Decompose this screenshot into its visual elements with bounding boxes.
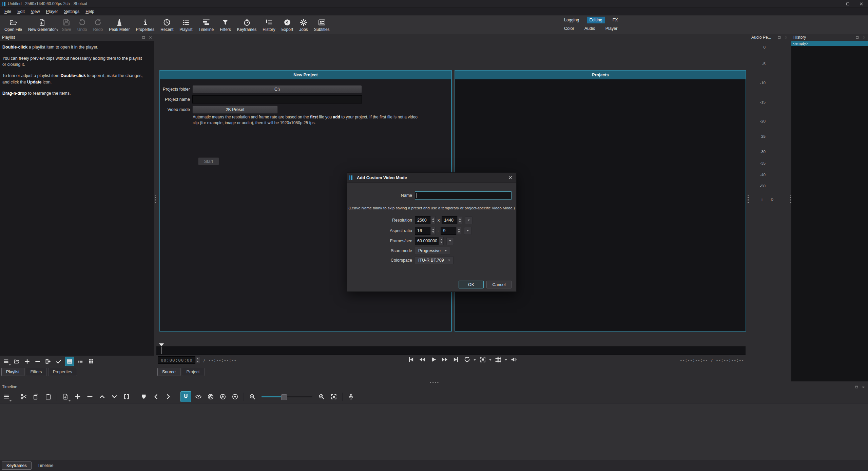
spin-buttons[interactable] [430, 227, 436, 235]
zoom-fit-button[interactable] [478, 355, 487, 364]
resolution-preset-dropdown[interactable] [465, 216, 472, 224]
close-icon[interactable] [854, 0, 868, 7]
playlist-view-detail-button[interactable] [65, 357, 74, 366]
playlist-button[interactable]: Playlist [176, 16, 195, 34]
projects-folder-button[interactable]: C:\ [192, 85, 362, 93]
subtitles-button[interactable]: Subtitles [311, 16, 333, 34]
tab-playlist[interactable]: Playlist [1, 368, 24, 376]
new-generator-button[interactable]: New Generator [25, 16, 59, 34]
tab-project[interactable]: Project [182, 368, 205, 376]
maximize-icon[interactable] [841, 0, 854, 7]
keyframes-button[interactable]: Keyframes [234, 16, 259, 34]
fps-spinner[interactable]: 60.000000 [415, 237, 444, 245]
tab-properties[interactable]: Properties [48, 368, 77, 376]
timeline-chevron-right-button[interactable] [163, 392, 173, 402]
playlist-film-arrow-button[interactable] [44, 357, 53, 366]
seek-bar[interactable] [156, 346, 746, 355]
timeline-shield-circle-button[interactable] [230, 392, 240, 402]
tab-source[interactable]: Source [157, 368, 180, 376]
layout-fx-button[interactable]: FX [610, 17, 621, 23]
start-button[interactable]: Start [198, 157, 219, 165]
peak-meter-button[interactable]: Peak Meter [106, 16, 133, 34]
aspect-preset-dropdown[interactable] [464, 227, 471, 235]
chevron-down-icon[interactable] [505, 357, 507, 362]
close-panel-icon[interactable] [861, 35, 867, 40]
video-mode-button[interactable]: 2K Preset [192, 106, 278, 114]
timeline-chevron-down-button[interactable] [109, 392, 119, 402]
timeline-chevron-up-button[interactable] [97, 392, 107, 402]
spin-buttons[interactable] [456, 227, 461, 235]
menu-edit[interactable]: Edit [14, 8, 28, 15]
float-panel-icon[interactable] [854, 35, 860, 40]
chevron-down-icon[interactable] [474, 357, 476, 362]
float-panel-icon[interactable] [776, 35, 782, 40]
playlist-folder-open-button[interactable] [12, 357, 21, 366]
spin-buttons[interactable] [439, 237, 444, 245]
scan-mode-combobox[interactable]: Progressive [415, 247, 450, 255]
timeline-file-plus-button[interactable] [60, 392, 71, 402]
spin-buttons[interactable] [430, 216, 436, 224]
timeline-paste-button[interactable] [43, 392, 53, 402]
timeline-chevron-left-button[interactable] [151, 392, 161, 402]
timeline-split-button[interactable] [121, 392, 132, 402]
timeline-copy-button[interactable] [31, 392, 41, 402]
layout-audio-button[interactable]: Audio [582, 25, 598, 32]
close-panel-icon[interactable] [861, 384, 866, 389]
timeline-scissors-button[interactable] [19, 392, 29, 402]
properties-button[interactable]: Properties [133, 16, 158, 34]
cancel-button[interactable]: Cancel [486, 281, 512, 288]
history-item[interactable]: <empty> [791, 41, 868, 46]
float-panel-icon[interactable] [854, 384, 859, 389]
dialog-close-icon[interactable] [504, 173, 516, 183]
menu-help[interactable]: Help [82, 8, 97, 15]
project-name-input[interactable] [192, 95, 362, 103]
playlist-view-grid-button[interactable] [86, 357, 95, 366]
ok-button[interactable]: OK [459, 281, 484, 288]
resolution-width-value[interactable]: 2560 [415, 216, 430, 224]
layout-color-button[interactable]: Color [561, 25, 577, 32]
timeline-plus-button[interactable] [73, 392, 83, 402]
recent-button[interactable]: Recent [157, 16, 176, 34]
splitter-handle[interactable] [748, 195, 749, 204]
resolution-height-spinner[interactable]: 1440 [442, 216, 462, 224]
timeline-zoom-fit-button[interactable] [329, 392, 339, 402]
rewind-button[interactable] [418, 355, 427, 364]
current-timecode-spinner[interactable]: 00:00:00:00 [158, 356, 200, 364]
open-file-button[interactable]: Open File [1, 16, 25, 34]
colorspace-combobox[interactable]: ITU-R BT.709 [415, 256, 454, 264]
jobs-button[interactable]: Jobs [296, 16, 311, 34]
timeline-target-button[interactable] [206, 392, 216, 402]
timeline-button[interactable]: Timeline [195, 16, 217, 34]
layout-player-button[interactable]: Player [603, 25, 620, 32]
tab-timeline[interactable]: Timeline [33, 461, 58, 470]
float-panel-icon[interactable] [141, 35, 146, 40]
playlist-minus-button[interactable] [33, 357, 42, 366]
loop-button[interactable] [463, 355, 471, 364]
playhead-icon[interactable] [159, 343, 164, 346]
timecode-spin-buttons[interactable] [195, 356, 200, 364]
tab-filters[interactable]: Filters [26, 368, 47, 376]
grid-button[interactable] [494, 355, 503, 364]
timeline-magnet-button[interactable] [180, 391, 191, 402]
timeline-mic-button[interactable] [346, 392, 356, 402]
timeline-zoom-slider[interactable] [262, 392, 312, 401]
resolution-height-value[interactable]: 1440 [442, 216, 457, 224]
minimize-icon[interactable] [827, 0, 841, 7]
timeline-zoom-out-button[interactable] [247, 392, 257, 402]
current-timecode[interactable]: 00:00:00:00 [158, 356, 195, 364]
timeline-zoom-in-button[interactable] [316, 392, 327, 402]
playlist-plus-button[interactable] [23, 357, 32, 366]
resolution-width-spinner[interactable]: 2560 [415, 216, 436, 224]
layout-logging-button[interactable]: Logging [561, 17, 582, 23]
playlist-menu-button[interactable] [2, 357, 11, 366]
aspect-den-spinner[interactable]: 9 [441, 227, 461, 235]
history-button[interactable]: History [259, 16, 278, 34]
skip-end-button[interactable] [451, 355, 460, 364]
playlist-view-list-button[interactable] [76, 357, 85, 366]
menu-player[interactable]: Player [43, 8, 61, 15]
splitter-handle[interactable] [155, 195, 156, 204]
spin-buttons[interactable] [457, 216, 462, 224]
playlist-check-button[interactable] [54, 357, 63, 366]
timeline-marker-button[interactable] [139, 392, 149, 402]
aspect-den-value[interactable]: 9 [441, 227, 456, 235]
